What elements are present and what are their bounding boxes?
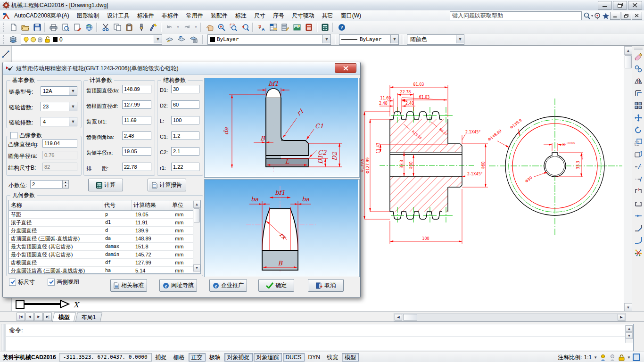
horizontal-scrollbar[interactable]: ◀ ▶ [394,313,626,321]
rotate-icon[interactable] [633,124,644,136]
hscroll-thumb[interactable] [403,314,417,321]
status-menu-arrow[interactable]: ▼ [627,355,631,360]
toggle-ducs[interactable]: DUCS [283,353,305,362]
annotation-visibility-icon[interactable] [599,354,607,361]
menu-assembly[interactable]: 装配件 [207,10,231,21]
help-icon[interactable]: ? [336,22,347,33]
erase-icon[interactable] [633,51,644,62]
undo-icon[interactable] [163,22,175,33]
table-row[interactable]: 节距p19.05mm [9,211,200,219]
array-icon[interactable] [633,100,644,111]
table-scroll-up[interactable]: ▲ [193,201,200,208]
toggle-ortho[interactable]: 正交 [189,353,206,362]
toolbar-grip[interactable] [634,48,643,50]
promo-button[interactable]: e 企业推广 [209,279,247,292]
layer-states-icon[interactable] [188,34,199,45]
flange-dg-input[interactable] [42,139,77,148]
toggle-otrack[interactable]: 对象追踪 [254,353,282,362]
tab-prev-button[interactable]: ◀ [25,313,34,321]
lock-icon[interactable] [618,354,625,361]
decimal-spinner[interactable]: ▲ ▼ [62,180,69,189]
table-row[interactable]: 分度圆弦齿高 (三圆弧-直线齿形)ha5.14mm [9,267,200,275]
break-at-point-icon[interactable] [633,186,644,197]
minimize-button[interactable] [598,1,612,10]
ok-button[interactable]: 确定 [258,279,294,292]
d1-input[interactable] [171,85,199,93]
menu-dimension[interactable]: 尺寸 [250,10,269,21]
pan-icon[interactable] [204,22,215,33]
toggle-lineweight[interactable]: 线宽 [324,353,341,362]
menu-dim-drive[interactable]: 尺寸驱动 [288,10,318,21]
new-file-icon[interactable] [8,22,19,33]
dim-checkbox-row[interactable]: 标尺寸 [9,278,35,286]
calculator-icon[interactable] [319,22,331,33]
hscroll-left-button[interactable]: ◀ [395,314,402,321]
table-scroll-thumb[interactable] [194,208,200,222]
command-scrollbar[interactable]: ▲ ▼ [625,325,633,343]
menu-common-parts[interactable]: 常用件 [182,10,207,21]
move-icon[interactable] [633,112,644,123]
cut-icon[interactable] [99,22,111,33]
menu-annotate[interactable]: 标注 [231,10,250,21]
undo-dropdown-icon[interactable]: ▾ [175,22,181,33]
extend-icon[interactable] [633,173,644,185]
join-icon[interactable] [633,210,644,222]
report-button[interactable]: 计算报告 [148,179,186,191]
table-row[interactable]: 分度圆直径d139.9mm [9,227,200,235]
flange-checkbox-row[interactable]: 凸缘参数 [9,132,43,140]
plot-preview-icon[interactable] [59,22,71,33]
menu-draw[interactable]: 图形绘制 [73,10,103,21]
drawing-canvas-area[interactable]: 81.03 61.03 22.78 11.69 2.48 2.48 Φ139.9… [0,46,644,311]
vertical-scrollbar[interactable]: ▲ ▼ [624,46,632,311]
lineweight-combo[interactable]: 随颜色 ▼ [407,34,464,45]
table-row[interactable]: 最大齿顶圆直径 (其它齿形)damax151.8mm [9,243,200,251]
explode-icon[interactable] [633,247,644,258]
auto-annotation-icon[interactable] [609,354,616,361]
annotation-scale-arrow[interactable]: ▼ [594,355,597,360]
menu-standard-parts[interactable]: 标准件 [133,10,158,21]
chain-type-arrow[interactable]: ▼ [69,87,77,95]
bf1-input[interactable] [122,116,151,124]
help-search-input[interactable]: 键入问题以获取帮助 [450,11,582,20]
toolbar-grip[interactable] [3,23,6,32]
d2-input[interactable] [171,100,199,109]
df-input[interactable] [122,100,151,109]
calculate-button[interactable]: 计算 [88,179,123,191]
layer-freeze-icon[interactable] [30,36,36,43]
command-history[interactable]: 命令: ▲ ▼ [6,324,634,351]
tab-last-button[interactable]: ▶| [43,313,52,321]
geometry-table[interactable]: 名称 代号 计算结果 单位 节距p19.05mm 滚子直径d111.91mm 分… [8,200,201,274]
l-input[interactable] [171,116,199,124]
table-row[interactable]: 最小齿顶圆直径 (其它齿形)damin145.72mm [9,251,200,259]
command-scroll-up[interactable]: ▲ [626,325,633,332]
cancel-button[interactable]: 取消 [308,279,344,292]
line-tool-icon[interactable] [0,49,11,60]
toggle-polar[interactable]: 极轴 [206,353,223,362]
layer-on-bulb-icon[interactable] [23,36,29,43]
fillet-icon[interactable] [633,235,644,246]
layers-dialog-icon[interactable] [267,22,279,33]
c2-input[interactable] [171,147,199,156]
paste-icon[interactable] [123,22,135,33]
annotation-scale-value[interactable]: 1:1 [584,354,592,361]
layer-manager-icon[interactable] [8,34,19,45]
table-scrollbar[interactable]: ▲ ▼ [193,200,200,272]
cad-drawing[interactable]: 81.03 61.03 22.78 11.69 2.48 2.48 Φ139.9… [361,55,624,310]
sideview-checkbox[interactable] [48,279,55,286]
command-scroll-down[interactable]: ▼ [626,332,633,339]
dialog-title-bar[interactable]: 短节距传动用精密滚子链轮(GB/T 1243-2006)(单侧轮毂实心链轮) [3,62,360,75]
quick-select-icon[interactable] [147,22,158,33]
table-row[interactable]: 齿根圆直径df127.99mm [9,259,200,267]
toggle-grid[interactable]: 栅格 [171,353,188,362]
tab-next-button[interactable]: ▶ [34,313,43,321]
table-row[interactable]: 滚子直径d111.91mm [9,219,200,227]
linetype-combo-arrow[interactable]: ▼ [390,35,398,43]
scroll-down-button[interactable]: ▼ [624,303,632,311]
toggle-osnap[interactable]: 对象捕捉 [224,353,253,362]
hscroll-right-button[interactable]: ▶ [618,314,625,321]
layer-previous-icon[interactable] [176,34,188,45]
toggle-snap[interactable]: 捕捉 [153,353,170,362]
close-button[interactable] [628,1,642,10]
chamfer-icon[interactable] [633,222,644,234]
menu-design-tools[interactable]: 设计工具 [103,10,133,21]
